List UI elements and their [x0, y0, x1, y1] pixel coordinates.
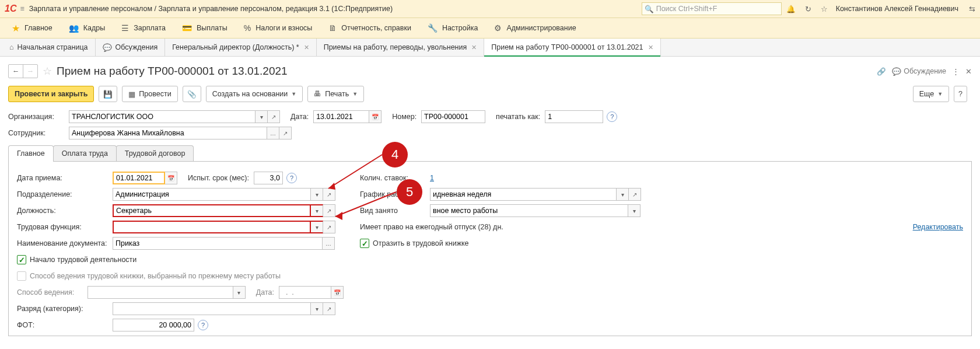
tab-start-page[interactable]: ⌂Начальная страница	[2, 39, 96, 56]
history-icon[interactable]: ↻	[805, 5, 811, 13]
print-as-input[interactable]	[545, 110, 603, 123]
menu-staff[interactable]: 👥Кадры	[61, 18, 113, 38]
ellipsis-icon[interactable]: …	[267, 127, 279, 139]
doc-date-input[interactable]	[313, 110, 369, 123]
menu-reports[interactable]: 🗎Отчетность, справки	[320, 18, 419, 38]
label-docname: Наименование документа:	[17, 239, 113, 247]
tab-hire-doc[interactable]: Прием на работу ТР00-000001 от 13.01.202…	[484, 39, 660, 56]
department-input[interactable]	[113, 188, 311, 201]
hamburger-icon[interactable]: ≡	[20, 5, 24, 13]
forward-button[interactable]: →	[23, 65, 37, 78]
help-hint[interactable]: ?	[198, 320, 208, 330]
start-activity-checkbox[interactable]: ✓	[17, 255, 26, 264]
dropdown-icon[interactable]: ▾	[311, 302, 323, 315]
rates-link[interactable]: 1	[430, 174, 434, 182]
more-button[interactable]: Еще▼	[913, 86, 949, 102]
kebab-icon[interactable]: ⋮	[952, 67, 960, 76]
close-icon[interactable]: ✕	[648, 44, 653, 51]
menu-toggle-icon[interactable]: ⇆	[969, 5, 975, 13]
star-icon[interactable]: ☆	[821, 5, 828, 13]
help-hint[interactable]: ?	[607, 111, 617, 122]
label-date: Дата:	[290, 113, 309, 121]
doc-number-input[interactable]	[421, 110, 485, 123]
open-icon[interactable]: ↗	[268, 110, 280, 123]
create-based-button[interactable]: Создать на основании▼	[206, 86, 303, 102]
link-icon[interactable]: 🔗	[877, 67, 886, 76]
post-and-close-button[interactable]: Провести и закрыть	[8, 86, 94, 102]
app-logo: 1C	[5, 4, 16, 14]
current-user[interactable]: Константинов Алексей Геннадиевич	[836, 5, 958, 13]
close-doc-icon[interactable]: ✕	[965, 67, 972, 76]
callout-4: 4	[382, 142, 408, 167]
emptype-input[interactable]	[430, 204, 628, 217]
subtab-main[interactable]: Главное	[8, 145, 54, 161]
discuss-button[interactable]: 💬 Обсуждение	[892, 67, 946, 76]
row-organization: Организация: ▾↗ Дата: 📅 Номер: печатать …	[8, 110, 972, 123]
star-icon: ★	[12, 23, 20, 34]
print-button[interactable]: 🖶Печать▼	[307, 86, 364, 102]
ellipsis-icon[interactable]: …	[323, 237, 335, 250]
open-icon[interactable]: ↗	[279, 127, 292, 139]
label-fot: ФОТ:	[17, 321, 113, 329]
dropdown-icon[interactable]: ▾	[617, 188, 629, 201]
label-method: Способ ведения:	[17, 288, 88, 296]
function-input[interactable]	[113, 221, 311, 233]
tab-discussions[interactable]: 💬Обсуждения	[96, 39, 166, 56]
open-icon[interactable]: ↗	[323, 302, 335, 315]
print-icon: 🖶	[314, 90, 321, 98]
menu-salary[interactable]: ☰Зарплата	[113, 18, 174, 38]
bell-icon[interactable]: 🔔	[786, 5, 796, 13]
menu-payments[interactable]: 💳Выплаты	[174, 18, 236, 38]
label-print-as: печатать как:	[496, 113, 540, 121]
help-hint[interactable]: ?	[286, 173, 297, 183]
save-button[interactable]: 💾	[99, 86, 117, 102]
close-icon[interactable]: ✕	[471, 44, 477, 51]
subtab-contract[interactable]: Трудовой договор	[116, 145, 194, 161]
menu-home[interactable]: ★Главное	[4, 18, 61, 38]
dropdown-icon[interactable]: ▾	[311, 204, 323, 217]
organization-input[interactable]	[69, 110, 256, 123]
label-hire-date: Дата приема:	[17, 174, 113, 182]
favorite-icon[interactable]: ☆	[43, 65, 52, 78]
method-date-input	[279, 286, 331, 299]
back-button[interactable]: ←	[9, 65, 23, 78]
open-tabs: ⌂Начальная страница 💬Обсуждения Генераль…	[0, 39, 980, 57]
hire-date-input[interactable]	[113, 172, 165, 184]
close-icon[interactable]: ✕	[304, 44, 309, 51]
calendar-icon[interactable]: 📅	[165, 172, 177, 184]
open-icon[interactable]: ↗	[629, 188, 641, 201]
post-button[interactable]: ▦Провести	[122, 86, 177, 102]
calendar-icon[interactable]: 📅	[369, 110, 382, 123]
wallet-icon: 💳	[182, 23, 192, 33]
dropdown-icon[interactable]: ▾	[628, 204, 640, 217]
home-icon: ⌂	[9, 43, 14, 51]
dropdown-icon[interactable]: ▾	[311, 221, 323, 233]
tab-director[interactable]: Генеральный директор (Должность) *✕	[165, 39, 317, 56]
help-button[interactable]: ?	[954, 86, 967, 102]
dropdown-icon[interactable]: ▾	[256, 110, 268, 123]
fot-input[interactable]	[113, 319, 194, 331]
attach-button[interactable]: 📎	[183, 86, 201, 102]
clip-icon: 📎	[187, 90, 197, 99]
dropdown-icon[interactable]: ▾	[311, 188, 323, 201]
menu-admin[interactable]: ⚙Администрирование	[486, 18, 584, 38]
probation-input[interactable]	[254, 172, 283, 184]
global-search[interactable]: 🔍 Поиск Ctrl+Shift+F	[642, 2, 782, 15]
calendar-icon: 📅	[331, 286, 344, 299]
svg-marker-3	[335, 212, 342, 220]
tab-transfers[interactable]: Приемы на работу, переводы, увольнения✕	[317, 39, 485, 56]
employee-input[interactable]	[69, 127, 267, 139]
schedule-input[interactable]	[430, 188, 617, 201]
menu-settings[interactable]: 🔧Настройка	[419, 18, 487, 38]
label-position: Должность:	[17, 207, 113, 215]
search-icon: 🔍	[645, 5, 654, 13]
docname-input[interactable]	[113, 237, 323, 250]
menu-taxes[interactable]: %Налоги и взносы	[236, 18, 321, 38]
position-input[interactable]	[113, 204, 311, 217]
save-icon: 💾	[103, 90, 113, 99]
vacation-edit-link[interactable]: Редактировать	[913, 223, 963, 231]
record-book-checkbox[interactable]: ✓	[360, 239, 369, 248]
panel-left-col: Дата приема: 📅 Испыт. срок (мес): ? Подр…	[9, 170, 352, 333]
subtab-pay[interactable]: Оплата труда	[53, 145, 117, 161]
grade-input[interactable]	[113, 302, 311, 315]
